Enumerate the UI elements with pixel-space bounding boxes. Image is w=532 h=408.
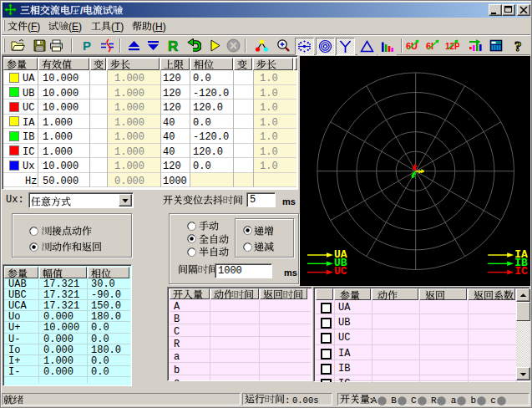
svg-text:P: P: [83, 38, 91, 53]
svg-text:R: R: [168, 38, 178, 53]
svg-text:UC: UC: [334, 265, 347, 278]
svg-text:12P: 12P: [445, 42, 459, 51]
svg-text:IC: IC: [514, 265, 528, 278]
svg-text:?: ?: [514, 38, 522, 53]
